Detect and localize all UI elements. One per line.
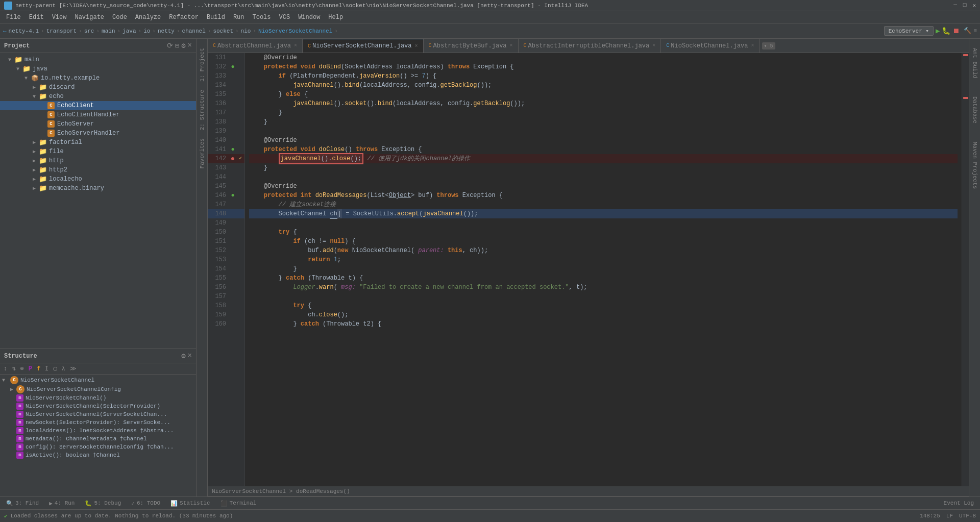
close-tab-abstractinterruptiblechannel[interactable]: ×: [652, 43, 655, 48]
tree-item-echoclient[interactable]: ▶ C EchoClient: [0, 101, 196, 110]
tree-arrow-package[interactable]: ▼: [24, 76, 31, 81]
tree-arrow-http[interactable]: ▶: [33, 158, 39, 164]
run-config-selector[interactable]: EchoServer ▾: [884, 26, 934, 36]
tree-item-http[interactable]: ▶ 📁 http: [0, 156, 196, 165]
tree-arrow-discard[interactable]: ▶: [33, 84, 39, 90]
tree-arrow-java[interactable]: ▼: [16, 66, 22, 72]
minimize-button[interactable]: ─: [953, 2, 957, 9]
code-content[interactable]: @Override protected void doBind(SocketAd…: [245, 53, 962, 486]
structure-close[interactable]: ×: [188, 352, 192, 360]
sync-icon[interactable]: ⟳: [167, 41, 173, 50]
tree-item-discard[interactable]: ▶ 📁 discard: [0, 83, 196, 92]
breadcrumb-class[interactable]: NioServerSocketChannel: [258, 28, 332, 34]
breadcrumb-io[interactable]: io: [143, 28, 150, 34]
tree-item-factorial[interactable]: ▶ 📁 factorial: [0, 138, 196, 147]
structure-vertical-tab[interactable]: 2: Structure: [198, 86, 206, 134]
database-tab[interactable]: Database: [971, 92, 979, 128]
tree-arrow-file[interactable]: ▶: [33, 148, 39, 155]
tree-item-echoserver[interactable]: ▶ C EchoServer: [0, 119, 196, 129]
close-tab-abstractbytebuf[interactable]: ×: [510, 43, 513, 48]
tab-abstractinterruptiblechannel[interactable]: C AbstractInterruptibleChannel.java ×: [519, 39, 662, 53]
bottom-tab-todo[interactable]: ✓ 6: TODO: [129, 500, 162, 507]
menu-navigate[interactable]: Navigate: [70, 13, 108, 22]
menu-edit[interactable]: Edit: [25, 13, 48, 22]
menu-run[interactable]: Run: [229, 13, 249, 22]
sort-alpha-btn[interactable]: ↕: [2, 365, 9, 373]
tree-arrow-main[interactable]: ▼: [8, 57, 14, 63]
sort-order-btn[interactable]: ⇅: [10, 364, 17, 373]
close-tab-nioserversocketchannel[interactable]: ×: [415, 43, 418, 49]
build-button[interactable]: 🔨: [964, 27, 971, 35]
cursor-position[interactable]: 148:25: [920, 513, 940, 519]
bottom-tab-debug[interactable]: 🐛 5: Debug: [83, 500, 123, 507]
filter-inherited-btn[interactable]: I: [43, 365, 50, 373]
maximize-button[interactable]: □: [963, 2, 967, 9]
struct-item-constructor1[interactable]: m NioServerSocketChannel(): [0, 394, 196, 402]
filter-public-btn[interactable]: P: [27, 365, 34, 373]
encoding[interactable]: UTF-8: [959, 513, 976, 519]
menu-view[interactable]: View: [48, 13, 71, 22]
menu-file[interactable]: File: [2, 13, 25, 22]
favorites-vertical-tab[interactable]: Favorites: [198, 134, 206, 172]
filter-lambda-btn[interactable]: λ: [60, 365, 67, 373]
collapse-icon[interactable]: ⊟: [175, 41, 179, 50]
struct-item-newsocket[interactable]: m newSocket(SelectorProvider): ServerSoc…: [0, 418, 196, 427]
tree-item-localecho[interactable]: ▶ 📁 localecho: [0, 175, 196, 184]
menu-build[interactable]: Build: [203, 13, 229, 22]
menu-refactor[interactable]: Refactor: [165, 13, 203, 22]
more-tools-button[interactable]: ≡: [973, 28, 977, 34]
tab-nioserversocketchannel[interactable]: C NioServerSocketChannel.java ×: [303, 39, 423, 53]
tree-arrow-localecho[interactable]: ▶: [33, 176, 39, 182]
close-tab-abstractchannel[interactable]: ×: [294, 43, 297, 48]
filter-field-btn[interactable]: f: [35, 365, 42, 373]
struct-item-config[interactable]: m config(): ServerSocketChannelConfig †C…: [0, 443, 196, 451]
breadcrumb-src[interactable]: src: [84, 28, 94, 34]
struct-item-main-class[interactable]: ▼ C NioServerSocketChannel: [0, 376, 196, 385]
breadcrumb-nio[interactable]: nio: [241, 28, 251, 34]
struct-item-constructor3[interactable]: m NioServerSocketChannel(ServerSocketCha…: [0, 410, 196, 418]
more-btn[interactable]: ≫: [68, 364, 78, 373]
run-button[interactable]: ▶: [936, 27, 940, 35]
breadcrumb-transport[interactable]: transport: [46, 28, 77, 34]
close-tab-niosocketchannel[interactable]: ×: [751, 43, 754, 48]
struct-item-config[interactable]: ▶ C NioServerSocketChannelConfig: [0, 385, 196, 394]
close-button[interactable]: ✕: [972, 2, 976, 9]
menu-vcs[interactable]: VCS: [275, 13, 295, 22]
breadcrumb-socket[interactable]: socket: [213, 28, 233, 34]
tree-item-http2[interactable]: ▶ 📁 http2: [0, 165, 196, 175]
bottom-tab-run[interactable]: ▶ 4: Run: [47, 500, 77, 507]
menu-tools[interactable]: Tools: [249, 13, 275, 22]
bottom-tab-find[interactable]: 🔍 3: Find: [4, 500, 41, 507]
ant-build-tab[interactable]: Ant Build: [971, 44, 979, 82]
tab-niosocketchannel[interactable]: C NioSocketChannel.java ×: [661, 39, 760, 53]
struct-item-isactive[interactable]: m isActive(): boolean †Channel: [0, 451, 196, 459]
breadcrumb-java[interactable]: java: [122, 28, 136, 34]
tree-item-echoclienthandler[interactable]: ▶ C EchoClientHandler: [0, 110, 196, 119]
tree-item-echoserverhandler[interactable]: ▶ C EchoServerHandler: [0, 129, 196, 138]
project-vertical-tab[interactable]: 1: Project: [198, 44, 206, 86]
struct-item-constructor2[interactable]: m NioServerSocketChannel(SelectorProvide…: [0, 402, 196, 410]
menu-help[interactable]: Help: [324, 13, 347, 22]
tree-item-echo[interactable]: ▼ 📁 echo: [0, 92, 196, 101]
breadcrumb-channel[interactable]: channel: [182, 28, 206, 34]
struct-item-localaddress[interactable]: m localAddress(): InetSocketAddress †Abs…: [0, 427, 196, 435]
settings-icon[interactable]: ⚙: [181, 41, 185, 50]
expand-btn[interactable]: ⊕: [18, 364, 25, 373]
bottom-tab-terminal[interactable]: ⬛ Terminal: [218, 500, 259, 507]
maven-tab[interactable]: Maven Projects: [971, 138, 979, 193]
breadcrumb-main[interactable]: main: [102, 28, 115, 34]
menu-analyze[interactable]: Analyze: [131, 13, 165, 22]
menu-window[interactable]: Window: [294, 13, 324, 22]
tree-arrow-http2[interactable]: ▶: [33, 167, 39, 173]
menu-code[interactable]: Code: [108, 13, 131, 22]
structure-settings[interactable]: ⚙: [181, 352, 185, 360]
tree-item-package[interactable]: ▼ 📦 io.netty.example: [0, 73, 196, 83]
stop-button[interactable]: ⏹: [952, 27, 960, 35]
breadcrumb-netty[interactable]: netty-4.1: [9, 28, 39, 34]
tab-abstractbytebuf[interactable]: C AbstractByteBuf.java ×: [424, 39, 519, 53]
tree-item-main[interactable]: ▼ 📁 main: [0, 55, 196, 64]
nav-back-icon[interactable]: ←: [3, 28, 7, 34]
tab-abstractchannel[interactable]: C AbstractChannel.java ×: [208, 39, 303, 53]
filter-anon-btn[interactable]: ◯: [52, 364, 58, 373]
tree-arrow-echo[interactable]: ▼: [33, 94, 39, 100]
